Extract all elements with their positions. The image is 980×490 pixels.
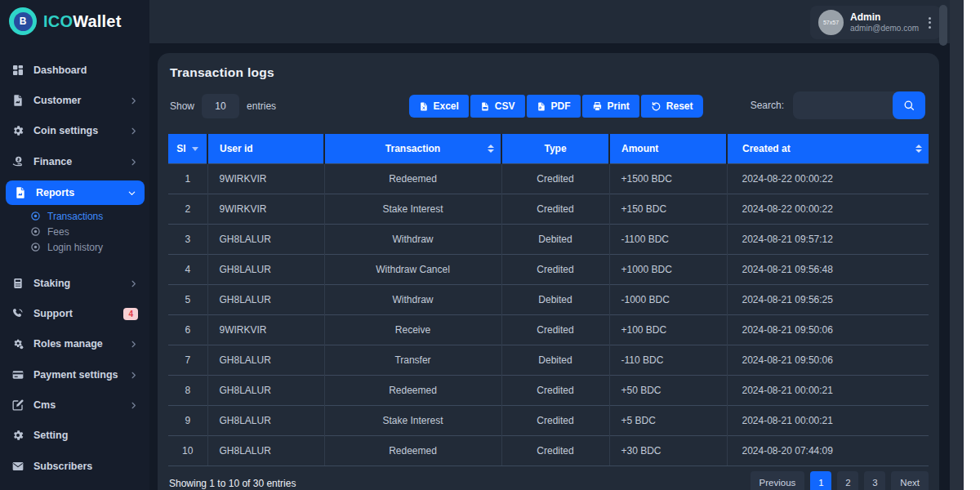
cell-user-id: GH8LALUR: [207, 375, 324, 405]
brand-logo-icon: B: [9, 7, 37, 35]
reset-button[interactable]: Reset: [641, 95, 703, 118]
sidebar-item-finance[interactable]: Finance: [0, 149, 149, 174]
sidebar-item-label: Support: [33, 308, 73, 319]
brand-logo[interactable]: B ICOWallet: [9, 7, 122, 35]
pagination: Previous 1 2 3 Next: [751, 471, 929, 490]
pagination-previous-button[interactable]: Previous: [751, 471, 805, 490]
header-user-id[interactable]: User id: [207, 134, 324, 163]
cell-type: Credited: [501, 163, 609, 194]
cell-sl: 9: [168, 405, 207, 435]
sidebar-item-customer[interactable]: Customer: [0, 88, 149, 113]
excel-file-icon: [418, 101, 428, 112]
cell-type: Credited: [501, 254, 609, 284]
printer-icon: [592, 101, 603, 112]
sidebar-item-staking[interactable]: Staking: [0, 271, 149, 296]
cell-created-at: 2024-08-21 09:56:25: [727, 284, 929, 314]
header-type[interactable]: Type: [501, 134, 609, 163]
pagination-page-3[interactable]: 3: [864, 471, 885, 490]
chevron-right-icon: [129, 371, 138, 380]
cell-transaction: Withdraw Cancel: [324, 254, 501, 284]
cell-sl: 4: [168, 254, 207, 284]
cell-sl: 1: [168, 163, 207, 194]
cell-user-id: GH8LALUR: [207, 224, 324, 254]
sidebar-item-cms[interactable]: Cms: [0, 393, 149, 417]
cell-transaction: Stake Interest: [324, 194, 501, 224]
table-row: 6 9WIRKVIR Receive Credited +100 BDC 202…: [168, 314, 929, 345]
kebab-menu-icon[interactable]: [925, 14, 934, 32]
sidebar-item-support[interactable]: Support 4: [0, 301, 149, 326]
chevron-right-icon: [129, 279, 138, 288]
cell-user-id: GH8LALUR: [207, 405, 324, 435]
cell-amount: -110 BDC: [609, 345, 727, 375]
page-title: Transaction logs: [170, 65, 274, 80]
cell-sl: 5: [168, 284, 207, 314]
sidebar-item-coin-settings[interactable]: Coin settings: [0, 118, 149, 143]
cell-amount: +1500 BDC: [609, 163, 727, 194]
sort-icon: [915, 145, 922, 153]
header-transaction[interactable]: Transaction: [324, 134, 501, 163]
sidebar-subitem-label: Transactions: [47, 211, 103, 222]
cell-type: Credited: [501, 194, 609, 224]
sidebar-subitem-fees[interactable]: Fees: [0, 224, 149, 239]
table-row: 3 GH8LALUR Withdraw Debited -1100 BDC 20…: [168, 224, 929, 254]
sidebar-item-label: Subscribers: [33, 461, 92, 472]
sidebar-subitem-transactions[interactable]: Transactions: [0, 208, 149, 224]
sidebar-item-roles-manage[interactable]: Roles manage: [0, 332, 149, 356]
cell-user-id: GH8LALUR: [207, 435, 324, 466]
cell-type: Debited: [501, 224, 609, 254]
pdf-file-icon: [537, 101, 546, 112]
cell-user-id: GH8LALUR: [207, 345, 324, 375]
length-label-before: Show: [170, 100, 194, 112]
sidebar-item-reports[interactable]: Reports: [6, 180, 145, 205]
avatar-placeholder-text: 57x57: [823, 20, 839, 25]
sidebar: B ICOWallet Dashboard Customer Coin sett…: [0, 0, 149, 490]
cell-sl: 8: [168, 375, 207, 405]
excel-button[interactable]: Excel: [408, 95, 468, 118]
cell-transaction: Redeemed: [324, 375, 501, 405]
topbar: 57x57 Admin admin@demo.com: [149, 0, 964, 43]
cell-amount: -1000 BDC: [609, 284, 727, 314]
search-input[interactable]: [793, 100, 884, 111]
print-button[interactable]: Print: [582, 95, 639, 118]
transaction-logs-card: Transaction logs Show 10 entries Excel C…: [158, 53, 939, 490]
sidebar-subitem-label: Login history: [47, 242, 103, 253]
header-amount[interactable]: Amount: [609, 134, 727, 163]
sidebar-item-label: Cms: [33, 399, 56, 411]
sidebar-subitem-login-history[interactable]: Login history: [0, 239, 149, 255]
search-button[interactable]: [893, 91, 925, 119]
table-row: 7 GH8LALUR Transfer Debited -110 BDC 202…: [168, 345, 929, 375]
sidebar-item-label: Roles manage: [33, 338, 103, 350]
user-email: admin@demo.com: [850, 24, 919, 33]
sidebar-item-payment-settings[interactable]: Payment settings: [0, 363, 149, 387]
sidebar-item-dashboard[interactable]: Dashboard: [0, 58, 149, 82]
pagination-page-2[interactable]: 2: [837, 471, 858, 490]
sidebar-item-subscribers[interactable]: Subscribers: [0, 454, 149, 479]
reset-arrow-icon: [651, 101, 662, 112]
header-sl[interactable]: Sl: [168, 134, 207, 163]
pagination-page-1[interactable]: 1: [810, 471, 831, 490]
sidebar-item-label: Customer: [33, 95, 81, 106]
user-profile-menu[interactable]: 57x57 Admin admin@demo.com: [810, 6, 941, 39]
chevron-right-icon: [129, 401, 138, 410]
cell-amount: +30 BDC: [609, 435, 727, 466]
cell-type: Debited: [501, 345, 609, 375]
sidebar-item-label: Finance: [33, 156, 72, 167]
table-row: 1 9WIRKVIR Redeemed Credited +1500 BDC 2…: [168, 163, 929, 194]
cell-user-id: GH8LALUR: [207, 254, 324, 284]
csv-button[interactable]: CSV: [470, 95, 525, 118]
cell-amount: +150 BDC: [609, 194, 727, 224]
cell-transaction: Receive: [324, 314, 501, 345]
table-row: 9 GH8LALUR Stake Interest Credited +5 BD…: [168, 405, 929, 435]
sidebar-item-setting[interactable]: Setting: [0, 423, 149, 448]
brand-name: ICOWallet: [43, 12, 122, 31]
entries-select[interactable]: 10: [202, 94, 239, 118]
table-row: 4 GH8LALUR Withdraw Cancel Credited +100…: [168, 254, 929, 284]
pdf-button[interactable]: PDF: [527, 95, 581, 118]
pdf-button-label: PDF: [551, 100, 571, 112]
scrollbar-thumb[interactable]: [939, 5, 947, 46]
cell-created-at: 2024-08-21 00:00:21: [727, 405, 929, 435]
scrollbar-track[interactable]: [950, 0, 964, 490]
search-icon: [902, 99, 915, 112]
pagination-next-button[interactable]: Next: [891, 471, 929, 490]
header-created-at[interactable]: Created at: [727, 134, 929, 163]
